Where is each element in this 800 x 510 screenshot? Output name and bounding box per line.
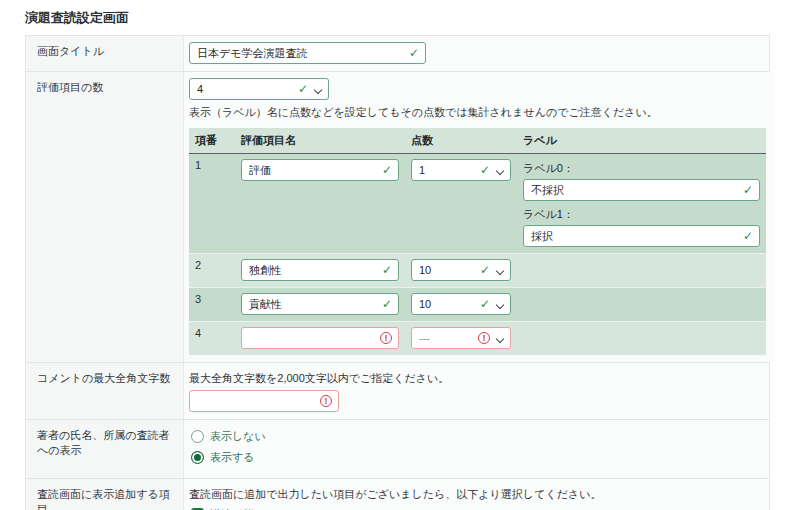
label1-caption: ラベル1：	[523, 207, 760, 222]
item-count-select[interactable]: 4 ✓	[189, 78, 329, 100]
item-score-select[interactable]: 1 ✓	[411, 159, 511, 181]
error-icon: !	[478, 332, 490, 344]
screen-title-label: 画面タイトル	[26, 36, 184, 71]
chevron-down-icon	[314, 86, 322, 94]
form-row-comment-max: コメントの最大全角文字数 最大全角文字数を2,000文字以内でご指定ください。 …	[26, 363, 769, 420]
additional-items-label: 査読画面に表示追加する項目	[26, 479, 184, 510]
radio-unselected-icon	[191, 430, 204, 443]
valid-check-icon: ✓	[298, 83, 308, 95]
label0-input[interactable]: 不採択 ✓	[523, 179, 760, 201]
screen-title-input[interactable]: 日本デモ学会演題査読 ✓	[189, 42, 426, 64]
valid-check-icon: ✓	[382, 298, 392, 310]
settings-form: 画面タイトル 日本デモ学会演題査読 ✓ 評価項目の数 4 ✓ 表示（ラベル）名に…	[25, 35, 770, 510]
form-row-author-display: 著者の氏名、所属の査読者への表示 表示しない 表示する	[26, 420, 769, 479]
page-title: 演題査読設定画面	[25, 9, 800, 27]
row-no: 4	[189, 322, 235, 356]
radio-option-hide[interactable]: 表示しない	[191, 429, 761, 444]
item-score-select[interactable]: 10 ✓	[411, 293, 511, 315]
chevron-down-icon	[496, 301, 504, 309]
row-no: 1	[189, 154, 235, 254]
radio-option-show[interactable]: 表示する	[191, 450, 761, 465]
row-no: 2	[189, 254, 235, 288]
item-name-input[interactable]: 独創性 ✓	[241, 259, 399, 281]
item-score-select[interactable]: 10 ✓	[411, 259, 511, 281]
valid-check-icon: ✓	[409, 47, 419, 59]
item-name-input[interactable]: !	[241, 327, 399, 349]
valid-check-icon: ✓	[382, 164, 392, 176]
table-row: 1 評価 ✓ 1 ✓	[189, 154, 766, 254]
comment-max-label: コメントの最大全角文字数	[26, 363, 184, 419]
valid-check-icon: ✓	[382, 264, 392, 276]
valid-check-icon: ✓	[480, 298, 490, 310]
valid-check-icon: ✓	[743, 230, 753, 242]
valid-check-icon: ✓	[480, 164, 490, 176]
valid-check-icon: ✓	[743, 184, 753, 196]
evaluation-items-table: 項番 評価項目名 点数 ラベル 1 評価 ✓	[189, 128, 766, 355]
row-no: 3	[189, 288, 235, 322]
item-count-note: 表示（ラベル）名に点数などを設定してもその点数では集計されませんのでご注意くださ…	[189, 105, 766, 120]
chevron-down-icon	[496, 335, 504, 343]
additional-items-hint: 査読画面に追加で出力したい項目がございましたら、以下より選択してください。	[189, 487, 761, 502]
error-icon: !	[380, 332, 392, 344]
item-score-select[interactable]: --- !	[411, 327, 511, 349]
header-no: 項番	[189, 128, 235, 154]
screen-title-value: 日本デモ学会演題査読	[197, 46, 308, 61]
table-row: 4 ! --- !	[189, 322, 766, 356]
table-header-row: 項番 評価項目名 点数 ラベル	[189, 128, 766, 154]
comment-max-hint: 最大全角文字数を2,000文字以内でご指定ください。	[189, 371, 761, 386]
header-name: 評価項目名	[235, 128, 405, 154]
item-name-input[interactable]: 貢献性 ✓	[241, 293, 399, 315]
radio-selected-icon	[191, 451, 204, 464]
label0-caption: ラベル0：	[523, 161, 760, 176]
chevron-down-icon	[496, 267, 504, 275]
author-display-label: 著者の氏名、所属の査読者への表示	[26, 420, 184, 478]
header-score: 点数	[405, 128, 517, 154]
label1-input[interactable]: 採択 ✓	[523, 225, 760, 247]
valid-check-icon: ✓	[480, 264, 490, 276]
form-row-additional-items: 査読画面に表示追加する項目 査読画面に追加で出力したい項目がございましたら、以下…	[26, 479, 769, 510]
error-icon: !	[320, 395, 332, 407]
form-row-screen-title: 画面タイトル 日本デモ学会演題査読 ✓	[26, 36, 769, 72]
header-label: ラベル	[517, 128, 766, 154]
item-count-label: 評価項目の数	[26, 72, 184, 362]
chevron-down-icon	[496, 167, 504, 175]
table-row: 2 独創性 ✓ 10 ✓	[189, 254, 766, 288]
item-name-input[interactable]: 評価 ✓	[241, 159, 399, 181]
table-row: 3 貢献性 ✓ 10 ✓	[189, 288, 766, 322]
form-row-item-count: 評価項目の数 4 ✓ 表示（ラベル）名に点数などを設定してもその点数では集計され…	[26, 72, 769, 363]
item-count-value: 4	[197, 83, 203, 95]
comment-max-input[interactable]: !	[189, 390, 339, 412]
